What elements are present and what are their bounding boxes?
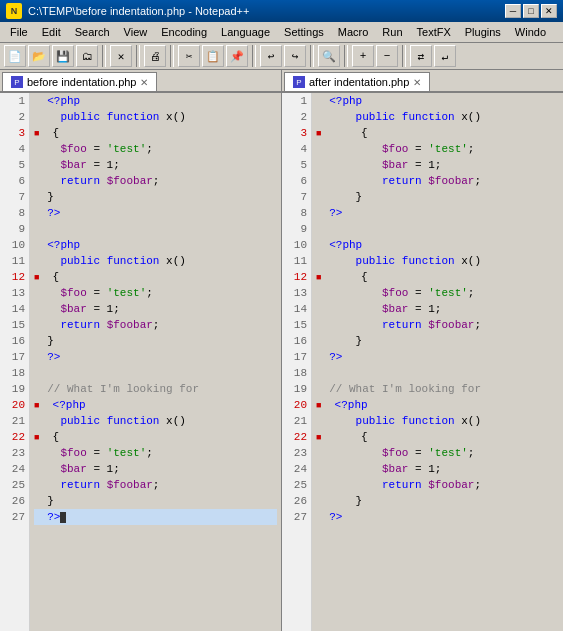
toolbar-sep-1 (102, 45, 106, 67)
line-number: 27 (4, 509, 25, 525)
toolbar-sep-2 (136, 45, 140, 67)
code-line: $foo = 'test'; (316, 141, 559, 157)
menu-encoding[interactable]: Encoding (155, 24, 213, 40)
find-button[interactable]: 🔍 (318, 45, 340, 67)
tab-before-close[interactable]: ✕ (140, 77, 148, 88)
line-number: 23 (286, 445, 307, 461)
close-button[interactable]: ✕ (541, 4, 557, 18)
tab-before-label: before indentation.php (27, 76, 136, 88)
code-line: ■ { (316, 429, 559, 445)
code-line: return $foobar; (34, 477, 277, 493)
line-number: 3 (4, 125, 25, 141)
code-line: public function x() (316, 413, 559, 429)
code-line: $foo = 'test'; (316, 445, 559, 461)
menu-view[interactable]: View (118, 24, 154, 40)
code-line: public function x() (34, 413, 277, 429)
line-number: 4 (4, 141, 25, 157)
menu-textfx[interactable]: TextFX (411, 24, 457, 40)
code-line: } (34, 189, 277, 205)
line-number: 24 (4, 461, 25, 477)
line-number: 26 (4, 493, 25, 509)
copy-button[interactable]: 📋 (202, 45, 224, 67)
line-number: 14 (286, 301, 307, 317)
line-number: 15 (4, 317, 25, 333)
tab-before[interactable]: P before indentation.php ✕ (2, 72, 157, 91)
line-number: 6 (4, 173, 25, 189)
menu-language[interactable]: Language (215, 24, 276, 40)
sync-scroll-button[interactable]: ⇄ (410, 45, 432, 67)
menu-run[interactable]: Run (376, 24, 408, 40)
code-line: ■ { (34, 269, 277, 285)
code-line: return $foobar; (316, 317, 559, 333)
menu-plugins[interactable]: Plugins (459, 24, 507, 40)
line-number: 4 (286, 141, 307, 157)
code-line: <?php (34, 93, 277, 109)
window-controls: ─ □ ✕ (505, 4, 557, 18)
line-number: 21 (286, 413, 307, 429)
close-button-tb[interactable]: ✕ (110, 45, 132, 67)
code-line (316, 365, 559, 381)
toolbar-sep-6 (344, 45, 348, 67)
code-line: ■ { (316, 269, 559, 285)
code-line: ?> (316, 349, 559, 365)
title-bar: N C:\TEMP\before indentation.php - Notep… (0, 0, 563, 22)
line-number: 18 (286, 365, 307, 381)
left-tab-panel: P before indentation.php ✕ (0, 70, 281, 91)
save-button[interactable]: 💾 (52, 45, 74, 67)
line-number: 16 (4, 333, 25, 349)
line-number: 25 (286, 477, 307, 493)
menu-macro[interactable]: Macro (332, 24, 375, 40)
tab-after-close[interactable]: ✕ (413, 77, 421, 88)
line-number: 19 (4, 381, 25, 397)
menu-edit[interactable]: Edit (36, 24, 67, 40)
redo-button[interactable]: ↪ (284, 45, 306, 67)
code-line: ■ <?php (34, 397, 277, 413)
bookmark-icon: ■ (316, 273, 321, 283)
word-wrap-button[interactable]: ↵ (434, 45, 456, 67)
toolbar-sep-7 (402, 45, 406, 67)
undo-button[interactable]: ↩ (260, 45, 282, 67)
line-number: 18 (4, 365, 25, 381)
line-number: 26 (286, 493, 307, 509)
code-line: ?> (34, 349, 277, 365)
right-code-pane: 1234567891011121314151617181920212223242… (282, 93, 563, 631)
line-number: 10 (4, 237, 25, 253)
code-line: ?> (34, 509, 277, 525)
line-number: 12 (286, 269, 307, 285)
paste-button[interactable]: 📌 (226, 45, 248, 67)
line-number: 20 (286, 397, 307, 413)
line-number: 20 (4, 397, 25, 413)
zoom-out-button[interactable]: − (376, 45, 398, 67)
minimize-button[interactable]: ─ (505, 4, 521, 18)
code-line: ■ { (316, 125, 559, 141)
line-number: 7 (286, 189, 307, 205)
code-line: } (316, 189, 559, 205)
left-code-scroll[interactable]: 1234567891011121314151617181920212223242… (0, 93, 281, 631)
toolbar: 📄 📂 💾 🗂 ✕ 🖨 ✂ 📋 📌 ↩ ↪ 🔍 + − ⇄ ↵ (0, 43, 563, 70)
code-line: public function x() (316, 253, 559, 269)
bookmark-icon: ■ (316, 129, 321, 139)
open-button[interactable]: 📂 (28, 45, 50, 67)
save-all-button[interactable]: 🗂 (76, 45, 98, 67)
right-code-scroll[interactable]: 1234567891011121314151617181920212223242… (282, 93, 563, 631)
tab-after-icon: P (293, 76, 305, 88)
right-code-content[interactable]: <?php public function x()■ { $foo = 'tes… (312, 93, 563, 631)
zoom-in-button[interactable]: + (352, 45, 374, 67)
cut-button[interactable]: ✂ (178, 45, 200, 67)
code-line: $bar = 1; (34, 461, 277, 477)
left-code-pane: 1234567891011121314151617181920212223242… (0, 93, 282, 631)
print-button[interactable]: 🖨 (144, 45, 166, 67)
code-line: } (34, 333, 277, 349)
line-number: 24 (286, 461, 307, 477)
left-code-content[interactable]: <?php public function x()■ { $foo = 'tes… (30, 93, 281, 631)
new-button[interactable]: 📄 (4, 45, 26, 67)
maximize-button[interactable]: □ (523, 4, 539, 18)
tab-after[interactable]: P after indentation.php ✕ (284, 72, 430, 91)
menu-file[interactable]: File (4, 24, 34, 40)
line-number: 16 (286, 333, 307, 349)
menu-window[interactable]: Windo (509, 24, 552, 40)
menu-search[interactable]: Search (69, 24, 116, 40)
menu-settings[interactable]: Settings (278, 24, 330, 40)
line-number: 22 (286, 429, 307, 445)
toolbar-sep-3 (170, 45, 174, 67)
